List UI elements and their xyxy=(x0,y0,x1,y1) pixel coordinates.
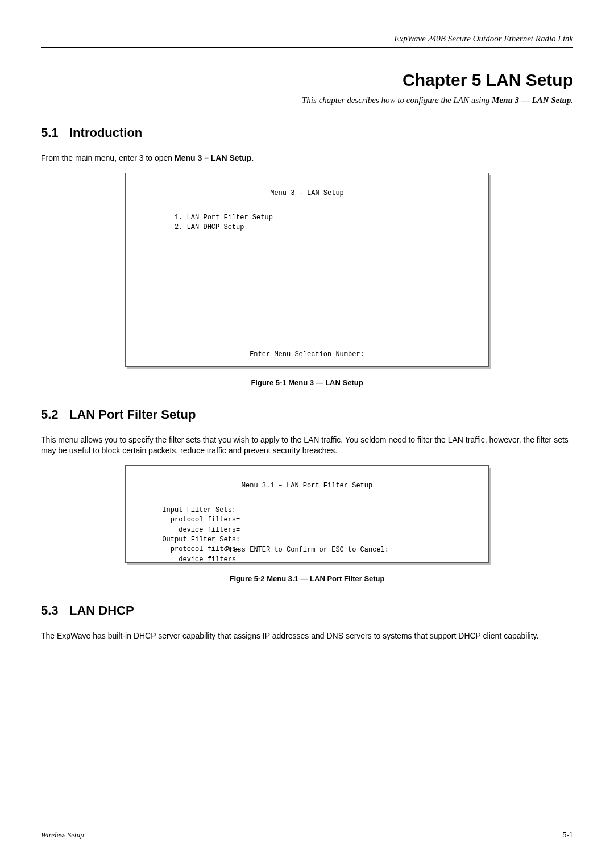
sec52-paragraph: This menu allows you to specify the filt… xyxy=(41,435,573,456)
terminal-figure-2-wrap: Menu 3.1 – LAN Port Filter Setup Input F… xyxy=(125,465,489,563)
term1-line2: 2. LAN DHCP Setup xyxy=(175,223,244,231)
section-title: Introduction xyxy=(69,126,142,140)
section-5-2-heading: 5.2LAN Port Filter Setup xyxy=(41,407,573,422)
term1-footer: Enter Menu Selection Number: xyxy=(126,350,488,360)
chapter-subtitle-bold: Menu 3 — LAN Setup xyxy=(492,95,571,105)
page-footer: Wireless Setup 5-1 xyxy=(41,827,573,840)
term1-line1: 1. LAN Port Filter Setup xyxy=(175,214,273,222)
section-number: 5.3 xyxy=(41,603,69,618)
footer-title: Wireless Setup xyxy=(41,831,84,840)
term2-l2: protocol filters= xyxy=(162,516,240,524)
term2-l3: device filters= xyxy=(162,526,240,534)
chapter-title: Chapter 5 LAN Setup xyxy=(41,70,573,90)
section-5-1-heading: 5.1Introduction xyxy=(41,126,573,140)
section-5-3-heading: 5.3LAN DHCP xyxy=(41,603,573,618)
term2-footer: Press ENTER to Confirm or ESC to Cancel: xyxy=(126,545,488,555)
term2-l4: Output Filter Sets: xyxy=(162,536,240,544)
terminal-menu3: Menu 3 - LAN Setup 1. LAN Port Filter Se… xyxy=(125,173,489,367)
chapter-subtitle-pre: This chapter describes how to configure … xyxy=(302,95,492,105)
page: ExpWave 240B Secure Outdoor Ethernet Rad… xyxy=(0,0,614,868)
term2-l1: Input Filter Sets: xyxy=(162,506,236,514)
term2-title: Menu 3.1 – LAN Port Filter Setup xyxy=(134,481,480,491)
sec51-p-post: . xyxy=(251,153,254,162)
term1-title: Menu 3 - LAN Setup xyxy=(134,189,480,198)
sec53-paragraph: The ExpWave has built-in DHCP server cap… xyxy=(41,631,573,641)
figure-5-1-caption: Figure 5-1 Menu 3 — LAN Setup xyxy=(41,378,573,387)
chapter-subtitle-post: . xyxy=(571,95,573,105)
running-header: ExpWave 240B Secure Outdoor Ethernet Rad… xyxy=(41,34,573,48)
term2-l6: device filters= xyxy=(162,556,240,564)
sec51-paragraph: From the main menu, enter 3 to open Menu… xyxy=(41,153,573,164)
sec51-p-pre: From the main menu, enter 3 to open xyxy=(41,153,175,162)
footer-page-number: 5-1 xyxy=(562,831,573,840)
section-title: LAN DHCP xyxy=(69,603,134,617)
terminal-figure-1-wrap: Menu 3 - LAN Setup 1. LAN Port Filter Se… xyxy=(125,173,489,367)
sec51-p-bold: Menu 3 – LAN Setup xyxy=(175,153,251,162)
section-number: 5.2 xyxy=(41,407,69,422)
section-number: 5.1 xyxy=(41,126,69,140)
chapter-subtitle: This chapter describes how to configure … xyxy=(41,95,573,105)
terminal-menu3-1: Menu 3.1 – LAN Port Filter Setup Input F… xyxy=(125,465,489,563)
section-title: LAN Port Filter Setup xyxy=(69,407,196,422)
